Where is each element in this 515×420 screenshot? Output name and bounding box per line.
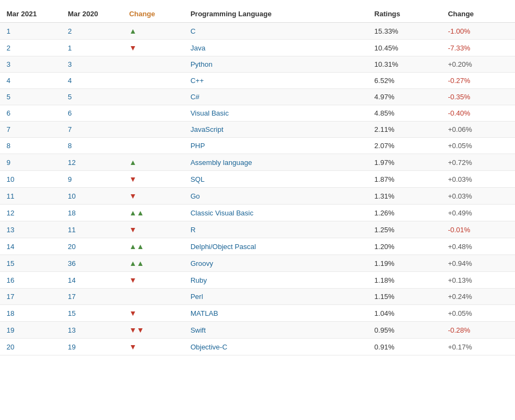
language-link[interactable]: Objective-C bbox=[190, 343, 227, 351]
rank-mar2021-link[interactable]: 16 bbox=[7, 276, 14, 284]
cell-mar2021: 19 bbox=[0, 322, 61, 339]
language-link[interactable]: C# bbox=[190, 93, 200, 101]
cell-language: JavaScript bbox=[184, 122, 368, 138]
rank-mar2020-link[interactable]: 11 bbox=[68, 226, 75, 234]
cell-arrow: ▼ bbox=[123, 171, 184, 188]
cell-mar2021: 10 bbox=[0, 171, 61, 188]
table-header-row: Mar 2021 Mar 2020 Change Programming Lan… bbox=[0, 5, 515, 23]
rank-mar2020-link[interactable]: 6 bbox=[68, 109, 72, 117]
language-link[interactable]: C bbox=[190, 27, 195, 35]
language-link[interactable]: Classic Visual Basic bbox=[190, 209, 253, 217]
language-link[interactable]: Perl bbox=[190, 292, 203, 301]
cell-mar2020: 8 bbox=[61, 138, 123, 154]
arrow-down-icon: ▼ bbox=[129, 276, 137, 284]
rank-mar2020-link[interactable]: 15 bbox=[68, 309, 75, 317]
language-link[interactable]: R bbox=[190, 226, 195, 234]
arrow-down-icon: ▼ bbox=[129, 342, 137, 351]
language-link[interactable]: Ruby bbox=[190, 276, 207, 284]
cell-mar2021: 15 bbox=[0, 255, 61, 272]
cell-change: -1.00% bbox=[441, 23, 515, 40]
language-link[interactable]: MATLAB bbox=[190, 309, 218, 317]
table-row: 21▼Java10.45%-7.33% bbox=[0, 40, 515, 56]
rank-mar2021-link[interactable]: 12 bbox=[7, 209, 14, 217]
cell-ratings: 15.33% bbox=[368, 23, 442, 40]
rank-mar2020-link[interactable]: 19 bbox=[68, 343, 75, 351]
cell-language: C++ bbox=[184, 73, 368, 89]
rank-mar2021-link[interactable]: 20 bbox=[7, 343, 14, 351]
language-link[interactable]: Assembly language bbox=[190, 158, 252, 167]
cell-mar2021: 6 bbox=[0, 105, 61, 122]
language-link[interactable]: Visual Basic bbox=[190, 109, 229, 117]
rank-mar2020-link[interactable]: 4 bbox=[68, 77, 72, 85]
cell-mar2021: 3 bbox=[0, 56, 61, 73]
cell-mar2020: 7 bbox=[61, 122, 123, 138]
rank-mar2021-link[interactable]: 2 bbox=[7, 44, 10, 52]
rank-mar2020-link[interactable]: 17 bbox=[68, 292, 75, 301]
cell-change: +0.49% bbox=[441, 205, 515, 221]
cell-arrow: ▲▲ bbox=[123, 255, 184, 272]
table-body: 12▲C15.33%-1.00%21▼Java10.45%-7.33%33Pyt… bbox=[0, 23, 515, 355]
cell-language: Groovy bbox=[184, 255, 368, 272]
cell-ratings: 1.20% bbox=[368, 238, 442, 255]
language-link[interactable]: JavaScript bbox=[190, 125, 224, 133]
rank-mar2021-link[interactable]: 3 bbox=[7, 60, 10, 68]
rank-mar2020-link[interactable]: 18 bbox=[68, 209, 75, 217]
rank-mar2021-link[interactable]: 18 bbox=[7, 309, 14, 317]
rank-mar2020-link[interactable]: 7 bbox=[68, 125, 72, 133]
rank-mar2021-link[interactable]: 8 bbox=[7, 142, 10, 150]
language-link[interactable]: Python bbox=[190, 60, 212, 68]
language-link[interactable]: C++ bbox=[190, 77, 204, 85]
language-link[interactable]: PHP bbox=[190, 142, 205, 150]
language-link[interactable]: Go bbox=[190, 192, 200, 200]
table-row: 66Visual Basic4.85%-0.40% bbox=[0, 105, 515, 122]
rank-mar2021-link[interactable]: 1 bbox=[7, 27, 10, 35]
language-link[interactable]: Delphi/Object Pascal bbox=[190, 243, 256, 251]
rank-mar2020-link[interactable]: 13 bbox=[68, 326, 75, 334]
language-link[interactable]: Groovy bbox=[190, 259, 213, 268]
cell-mar2021: 14 bbox=[0, 238, 61, 255]
cell-mar2020: 10 bbox=[61, 188, 123, 205]
arrow-double-up-icon: ▲▲ bbox=[129, 242, 144, 251]
rank-mar2021-link[interactable]: 5 bbox=[7, 93, 10, 101]
rank-mar2020-link[interactable]: 20 bbox=[68, 243, 75, 251]
rank-mar2020-link[interactable]: 14 bbox=[68, 276, 75, 284]
rank-mar2020-link[interactable]: 2 bbox=[68, 27, 72, 35]
cell-language: Go bbox=[184, 188, 368, 205]
cell-mar2021: 13 bbox=[0, 221, 61, 238]
rank-mar2020-link[interactable]: 9 bbox=[68, 175, 72, 183]
rank-mar2021-link[interactable]: 11 bbox=[7, 192, 14, 200]
rank-mar2020-link[interactable]: 5 bbox=[68, 93, 72, 101]
rank-mar2020-link[interactable]: 10 bbox=[68, 192, 75, 200]
rank-mar2021-link[interactable]: 13 bbox=[7, 226, 14, 234]
rank-mar2020-link[interactable]: 36 bbox=[68, 259, 75, 268]
cell-mar2021: 7 bbox=[0, 122, 61, 138]
arrow-down-icon: ▼ bbox=[129, 192, 137, 200]
rank-mar2021-link[interactable]: 4 bbox=[7, 77, 10, 85]
cell-ratings: 1.31% bbox=[368, 188, 442, 205]
language-link[interactable]: Java bbox=[190, 44, 205, 52]
cell-mar2020: 15 bbox=[61, 305, 123, 322]
rank-mar2021-link[interactable]: 6 bbox=[7, 109, 10, 117]
cell-arrow bbox=[123, 89, 184, 105]
rank-mar2020-link[interactable]: 3 bbox=[68, 60, 72, 68]
cell-mar2020: 17 bbox=[61, 289, 123, 305]
rank-mar2021-link[interactable]: 9 bbox=[7, 158, 10, 167]
rank-mar2021-link[interactable]: 17 bbox=[7, 292, 14, 301]
table-row: 44C++6.52%-0.27% bbox=[0, 73, 515, 89]
header-ratings: Ratings bbox=[368, 5, 442, 23]
rank-mar2020-link[interactable]: 1 bbox=[68, 44, 72, 52]
arrow-down-icon: ▼ bbox=[129, 43, 137, 52]
rank-mar2020-link[interactable]: 12 bbox=[68, 158, 75, 167]
arrow-double-down-icon: ▼▼ bbox=[129, 326, 144, 334]
rank-mar2021-link[interactable]: 19 bbox=[7, 326, 14, 334]
cell-change: +0.03% bbox=[441, 188, 515, 205]
rank-mar2021-link[interactable]: 10 bbox=[7, 175, 14, 183]
rank-mar2021-link[interactable]: 14 bbox=[7, 243, 14, 251]
rank-mar2020-link[interactable]: 8 bbox=[68, 142, 72, 150]
language-link[interactable]: Swift bbox=[190, 326, 206, 334]
language-link[interactable]: SQL bbox=[190, 175, 205, 183]
cell-mar2020: 12 bbox=[61, 154, 123, 171]
cell-ratings: 6.52% bbox=[368, 73, 442, 89]
rank-mar2021-link[interactable]: 15 bbox=[7, 259, 14, 268]
rank-mar2021-link[interactable]: 7 bbox=[7, 125, 10, 133]
